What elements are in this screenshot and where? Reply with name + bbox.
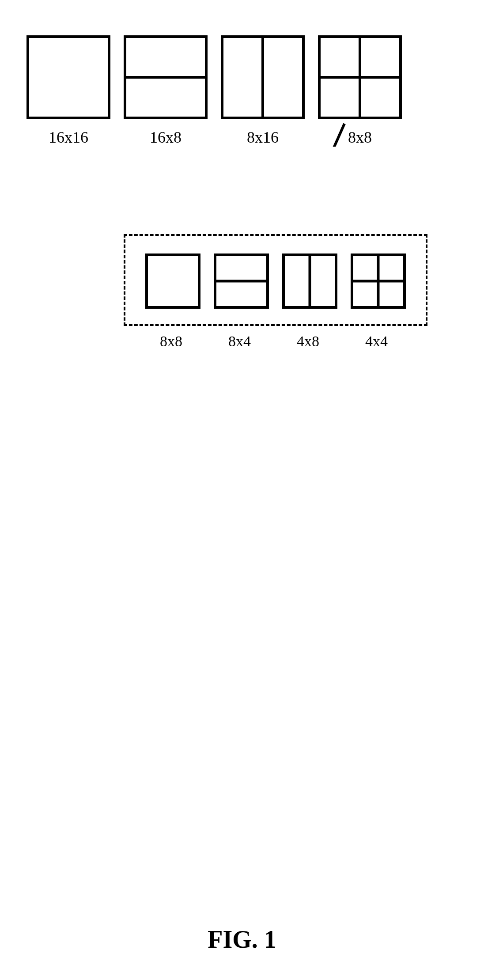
block-16x16-box: [26, 35, 110, 119]
block-16x8-box: [124, 35, 208, 119]
svg-rect-8: [147, 255, 199, 307]
sub-block-4x8: [282, 254, 337, 309]
label-16x16: 16x16: [26, 128, 110, 147]
block-8x16: [221, 35, 305, 119]
block-8x8: [318, 35, 402, 119]
sub-block-8x8: [145, 254, 200, 309]
label-sub-4x4: 4x4: [349, 333, 404, 350]
block-16x8: [124, 35, 208, 119]
block-16x16: [26, 35, 110, 119]
label-16x8: 16x8: [124, 128, 208, 147]
block-8x8-box: [318, 35, 402, 119]
sub-block-4x4: [351, 254, 406, 309]
sub-block-8x4: [214, 254, 269, 309]
label-sub-8x4: 8x4: [212, 333, 267, 350]
label-8x8: 8x8: [318, 128, 402, 147]
label-sub-8x8: 8x8: [144, 333, 199, 350]
sub-labels: 8x8 8x4 4x8 4x4: [144, 333, 427, 350]
label-sub-4x8: 4x8: [280, 333, 336, 350]
figure-caption: FIG. 1: [0, 925, 484, 954]
diagram-stage: 16x16 16x8 8x16 8x8: [26, 35, 402, 147]
label-8x16: 8x16: [221, 128, 305, 147]
top-partition-row: [26, 35, 402, 119]
sub-partition-border: [124, 234, 427, 326]
block-8x16-box: [221, 35, 305, 119]
sub-partition-group: 8x8 8x4 4x8 4x4: [124, 234, 427, 350]
top-labels: 16x16 16x8 8x16 8x8: [26, 128, 402, 147]
svg-rect-0: [28, 37, 109, 118]
